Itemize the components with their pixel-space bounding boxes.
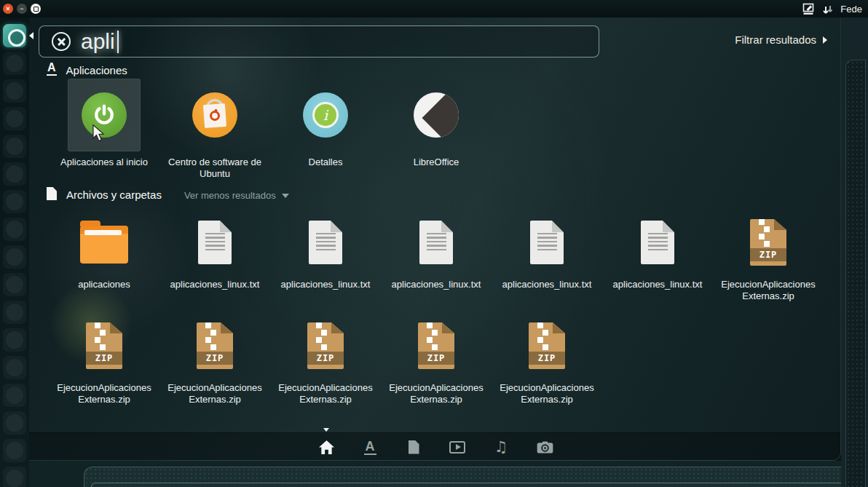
zip-file-icon: ZIP bbox=[307, 322, 344, 369]
lens-home[interactable] bbox=[304, 433, 348, 461]
result-tile[interactable]: ZIP EjecucionAplicaciones Externas.zip bbox=[381, 319, 492, 422]
result-tile[interactable]: aplicaciones_linux.txt bbox=[602, 215, 713, 319]
dash-panel: apli Filtrar resultados A Aplicaciones bbox=[29, 17, 841, 461]
launcher-item[interactable] bbox=[3, 411, 26, 435]
tile-label: aplicaciones_linux.txt bbox=[502, 279, 592, 290]
search-input[interactable]: apli bbox=[39, 25, 599, 58]
maximize-button[interactable] bbox=[31, 4, 41, 14]
search-text: apli bbox=[81, 29, 115, 54]
launcher-item[interactable] bbox=[3, 52, 26, 75]
lens-music[interactable]: ♫ bbox=[479, 433, 523, 461]
launcher-item[interactable] bbox=[3, 328, 26, 352]
tile-label: EjecucionAplicaciones Externas.zip bbox=[715, 279, 821, 302]
lens-video[interactable] bbox=[435, 433, 479, 461]
zip-file-icon: ZIP bbox=[86, 322, 122, 369]
zip-file-icon: ZIP bbox=[529, 322, 565, 369]
launcher-item[interactable] bbox=[3, 79, 26, 103]
launcher-item[interactable] bbox=[3, 162, 26, 186]
active-lens-indicator-icon bbox=[323, 428, 329, 432]
tile-label: EjecucionAplicaciones Externas.zip bbox=[272, 382, 379, 405]
result-tile[interactable]: i Detalles bbox=[270, 79, 381, 180]
result-tile[interactable]: ZIP EjecucionAplicaciones Externas.zip bbox=[492, 319, 602, 422]
files-lens-icon bbox=[409, 440, 419, 454]
desktop-edge bbox=[841, 17, 868, 487]
tile-label: aplicaciones_linux.txt bbox=[170, 279, 260, 290]
launcher-item[interactable] bbox=[3, 439, 26, 462]
music-lens-icon: ♫ bbox=[494, 440, 508, 455]
text-file-icon bbox=[419, 221, 453, 264]
chevron-down-icon bbox=[282, 194, 289, 198]
result-tile[interactable]: aplicaciones_linux.txt bbox=[492, 215, 602, 319]
tile-label: Aplicaciones al inicio bbox=[60, 157, 148, 168]
photos-lens-icon bbox=[537, 441, 553, 454]
filter-results-button[interactable]: Filtrar resultados bbox=[735, 33, 827, 46]
lens-files[interactable] bbox=[392, 433, 435, 461]
tile-label: aplicaciones_linux.txt bbox=[392, 279, 481, 290]
launcher-item[interactable] bbox=[3, 467, 26, 487]
launcher-item[interactable] bbox=[3, 273, 26, 296]
tile-label: aplicaciones_linux.txt bbox=[613, 279, 703, 290]
folder-icon bbox=[80, 226, 128, 264]
clear-search-icon[interactable] bbox=[52, 32, 71, 51]
lens-applications[interactable]: A bbox=[348, 433, 392, 461]
applications-lens-icon: A bbox=[364, 440, 376, 455]
chevron-right-icon bbox=[823, 36, 827, 44]
files-section-title: Archivos y carpetas bbox=[66, 189, 162, 200]
home-icon bbox=[318, 440, 335, 455]
launcher-item[interactable] bbox=[3, 384, 26, 407]
libreoffice-icon bbox=[414, 92, 459, 138]
result-tile[interactable]: ZIP EjecucionAplicaciones Externas.zip bbox=[713, 215, 824, 319]
launcher-item[interactable] bbox=[3, 218, 26, 241]
result-tile[interactable]: Centro de software de Ubuntu bbox=[159, 79, 270, 180]
updown-arrows-icon[interactable] bbox=[822, 3, 834, 15]
lens-photos[interactable] bbox=[523, 433, 567, 461]
minimize-button[interactable]: − bbox=[17, 4, 27, 14]
compose-icon[interactable] bbox=[802, 3, 816, 15]
result-tile[interactable]: LibreOffice bbox=[381, 79, 492, 180]
dash-home-button[interactable] bbox=[3, 24, 26, 47]
launcher-item[interactable] bbox=[3, 135, 26, 158]
result-tile[interactable]: aplicaciones bbox=[49, 215, 159, 319]
tile-label: Detalles bbox=[309, 157, 343, 168]
tile-label: LibreOffice bbox=[414, 157, 459, 168]
text-caret bbox=[117, 31, 119, 53]
tile-label: EjecucionAplicaciones Externas.zip bbox=[51, 382, 157, 405]
launcher-item[interactable] bbox=[3, 356, 26, 379]
mouse-cursor bbox=[91, 124, 106, 145]
zip-file-icon: ZIP bbox=[418, 322, 454, 369]
tile-label: aplicaciones bbox=[78, 279, 130, 290]
result-tile[interactable]: ZIP EjecucionAplicaciones Externas.zip bbox=[270, 319, 381, 422]
zip-file-icon: ZIP bbox=[750, 219, 786, 266]
window-controls: × − bbox=[3, 4, 41, 14]
close-button[interactable]: × bbox=[3, 4, 13, 14]
desktop-bottom-edge bbox=[29, 461, 868, 487]
top-panel: × − Fede bbox=[0, 0, 868, 17]
tile-label: EjecucionAplicaciones Externas.zip bbox=[162, 382, 268, 405]
zip-file-icon: ZIP bbox=[197, 322, 233, 369]
video-lens-icon bbox=[449, 441, 465, 454]
text-file-icon bbox=[198, 221, 232, 264]
launcher-item[interactable] bbox=[3, 245, 26, 269]
files-grid: aplicaciones aplicaciones_linux.txt apli… bbox=[49, 215, 828, 422]
result-tile[interactable]: ZIP EjecucionAplicaciones Externas.zip bbox=[159, 319, 270, 422]
result-tile[interactable]: aplicaciones_linux.txt bbox=[381, 215, 492, 319]
apps-grid: Aplicaciones al inicio Centro de softwar… bbox=[49, 79, 828, 180]
launcher-item[interactable] bbox=[3, 190, 26, 213]
files-section-header: Archivos y carpetas Ver menos resultados bbox=[47, 187, 289, 200]
launcher-item[interactable] bbox=[3, 301, 26, 324]
result-tile[interactable]: aplicaciones_linux.txt bbox=[270, 215, 381, 319]
text-file-icon bbox=[530, 221, 564, 264]
result-tile[interactable]: aplicaciones_linux.txt bbox=[159, 215, 270, 319]
launcher bbox=[0, 17, 29, 487]
tile-label: EjecucionAplicaciones Externas.zip bbox=[383, 382, 489, 405]
username-label[interactable]: Fede bbox=[840, 4, 864, 15]
lens-bar: A ♫ bbox=[29, 432, 840, 460]
software-center-icon bbox=[192, 92, 237, 138]
launcher-item[interactable] bbox=[3, 107, 26, 130]
result-tile[interactable]: ZIP EjecucionAplicaciones Externas.zip bbox=[49, 319, 159, 422]
tile-label: Centro de software de Ubuntu bbox=[162, 157, 268, 180]
text-file-icon bbox=[309, 221, 342, 264]
files-lens-icon bbox=[47, 187, 57, 200]
see-fewer-results-button[interactable]: Ver menos resultados bbox=[184, 191, 289, 200]
text-file-icon bbox=[641, 221, 674, 264]
